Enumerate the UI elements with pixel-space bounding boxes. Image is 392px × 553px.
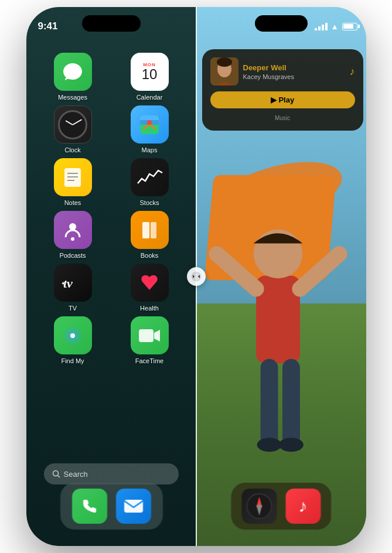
svg-point-8 [69,223,76,230]
clock-min-hand [73,119,83,125]
split-toggle-button[interactable] [187,267,206,286]
app-books[interactable]: Books [114,211,186,259]
books-label: Books [141,252,159,259]
app-health[interactable]: Health [114,264,186,312]
music-note-icon: ♪ [350,66,355,78]
findmy-icon [54,316,92,354]
dock-compass[interactable] [241,489,277,524]
tv-icon: tv ✦ [54,264,92,302]
app-podcasts[interactable]: Podcasts [37,211,109,259]
svg-point-34 [217,57,232,67]
messages-icon [54,53,92,91]
app-messages[interactable]: Messages [37,53,109,101]
books-icon [131,211,169,249]
app-facetime[interactable]: FaceTime [114,316,186,364]
facetime-icon [131,316,169,354]
song-artist: Kacey Musgraves [243,73,345,80]
svg-rect-21 [124,500,142,513]
stocks-label: Stocks [139,199,159,206]
scene-background: ▲ [196,7,366,546]
compass-icon [241,489,277,524]
phone-body: 9:41 Messages [26,7,366,546]
svg-marker-18 [154,330,160,342]
svg-rect-17 [139,329,154,342]
person-figure [196,140,366,490]
music-icon: ♪ [285,489,321,524]
compass-face [246,493,272,519]
app-grid: Messages MON 10 Calendar [32,48,190,369]
toggle-arrows-icon [191,271,202,282]
compass-needle-south [256,505,262,516]
play-button[interactable]: ▶ Play [210,91,355,108]
svg-rect-10 [142,222,149,238]
battery-fill [343,24,353,29]
svg-point-16 [70,333,75,338]
app-maps[interactable]: Maps [114,105,186,153]
stocks-icon [131,158,169,196]
app-calendar[interactable]: MON 10 Calendar [114,53,186,101]
svg-text:✦: ✦ [61,281,66,286]
left-screen: 9:41 Messages [26,7,196,546]
music-widget[interactable]: Deeper Well Kacey Musgraves ♪ ▶ Play Mus… [202,49,363,131]
app-findmy[interactable]: Find My [37,316,109,364]
svg-rect-28 [260,359,278,447]
song-title: Deeper Well [243,63,345,72]
mail-icon [115,489,151,524]
svg-point-30 [257,438,281,452]
app-stocks[interactable]: Stocks [114,158,186,206]
notes-label: Notes [64,199,81,206]
svg-rect-29 [282,359,299,447]
music-widget-header: Deeper Well Kacey Musgraves ♪ [210,57,355,86]
album-art [210,57,238,86]
search-placeholder: Search [64,470,88,479]
notes-icon [54,158,92,196]
music-info: Deeper Well Kacey Musgraves [238,63,350,80]
svg-point-19 [53,471,58,476]
health-label: Health [140,305,159,312]
findmy-label: Find My [61,357,84,364]
phone-frame: 9:41 Messages [26,7,366,546]
dock-left [60,483,162,530]
maps-icon [131,105,169,144]
music-app-label: Music [275,115,290,121]
app-notes[interactable]: Notes [37,158,109,206]
podcasts-icon [54,211,92,249]
battery-indicator [342,23,357,30]
tv-label: TV [69,305,77,312]
app-tv[interactable]: tv ✦ TV [37,264,109,312]
clock-label: Clock [64,146,81,153]
dynamic-island-left [82,15,141,32]
dock-music[interactable]: ♪ [285,489,321,524]
facetime-label: FaceTime [135,357,164,364]
svg-point-3 [147,120,152,125]
messages-label: Messages [58,94,87,101]
clock-face [58,110,87,139]
calendar-icon: MON 10 [131,53,169,91]
podcasts-label: Podcasts [59,252,86,259]
health-icon [131,264,169,302]
svg-point-9 [71,237,74,241]
svg-point-31 [278,438,303,452]
signal-strength [315,23,328,30]
phone-container: 9:41 Messages [0,0,392,553]
clock-icon [54,105,92,144]
search-icon [52,470,60,478]
maps-label: Maps [142,146,158,153]
phone-icon [71,489,107,524]
svg-rect-11 [151,222,156,238]
dynamic-island-right [255,15,308,32]
svg-line-20 [57,476,60,478]
wifi-icon: ▲ [331,22,339,31]
dock-mail[interactable] [115,489,151,524]
dock-right: ♪ [231,483,331,530]
search-bar[interactable]: Search [44,463,179,484]
right-screen: ▲ [196,7,366,546]
calendar-label: Calendar [137,94,163,101]
dock-phone[interactable] [71,489,107,524]
time-display: 9:41 [38,21,58,32]
app-clock[interactable]: Clock [37,105,109,153]
